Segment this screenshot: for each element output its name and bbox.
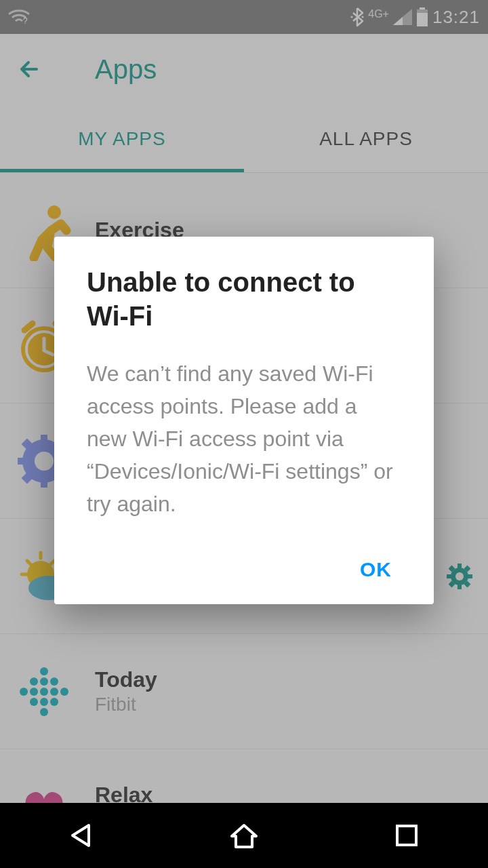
dialog-overlay: Unable to connect to Wi-Fi We can’t find… [0, 0, 488, 868]
svg-rect-48 [397, 826, 416, 845]
navigation-bar [0, 803, 488, 868]
nav-back-button[interactable] [41, 815, 122, 856]
nav-home-button[interactable] [203, 815, 285, 856]
wifi-error-dialog: Unable to connect to Wi-Fi We can’t find… [54, 237, 434, 604]
ok-button[interactable]: OK [350, 553, 401, 587]
nav-recent-button[interactable] [366, 815, 447, 856]
dialog-title: Unable to connect to Wi-Fi [87, 265, 401, 333]
dialog-body: We can’t find any saved Wi-Fi access poi… [87, 357, 401, 520]
